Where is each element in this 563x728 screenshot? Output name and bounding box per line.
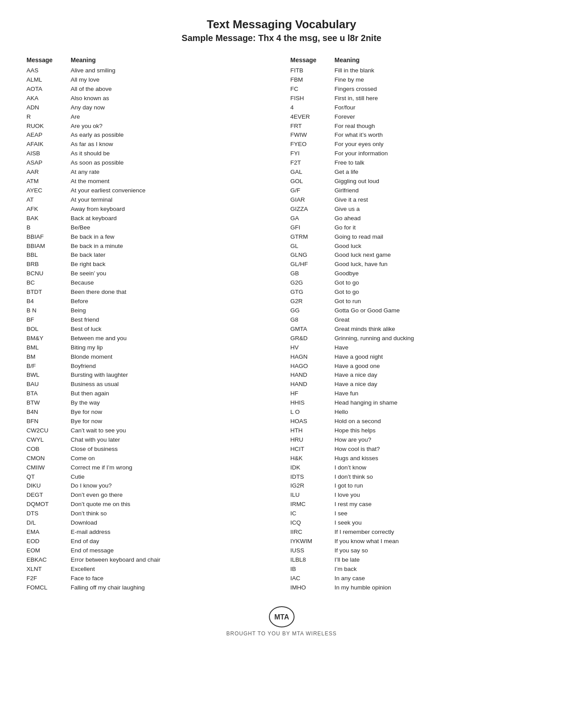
abbr: IIRC (291, 528, 335, 537)
abbr: BWL (26, 371, 71, 380)
footer: MTA BROUGHT TO YOU BY MTA WIRELESS (26, 606, 537, 637)
list-item: IIRCIf I remember correctly (291, 528, 537, 537)
abbr: GG (291, 306, 335, 315)
list-item: GR&DGrinning, running and ducking (291, 334, 537, 343)
meaning: As it should be (71, 149, 110, 158)
abbr: B N (26, 306, 71, 315)
list-item: BBLBe back later (26, 251, 273, 260)
meaning: Be seein’ you (71, 269, 106, 278)
list-item: H&KHugs and kisses (291, 454, 537, 463)
list-item: BTABut then again (26, 389, 273, 398)
list-item: DEGTDon’t even go there (26, 491, 273, 500)
right-rows-container: FITBFill in the blankFBMFine by meFCFing… (291, 66, 537, 593)
meaning: I got to run (335, 481, 363, 491)
list-item: IACIn any case (291, 574, 537, 583)
abbr: 4 (291, 103, 335, 113)
list-item: CMONCome on (26, 454, 273, 463)
abbr: B4 (26, 297, 71, 306)
list-item: HTHHope this helps (291, 426, 537, 435)
left-header-meaning: Meaning (71, 56, 96, 64)
meaning: Come on (71, 454, 95, 463)
meaning: Free to talk (335, 158, 365, 168)
list-item: HANDHave a nice day (291, 380, 537, 389)
meaning: Business as usual (71, 380, 119, 389)
list-item: GAGo ahead (291, 214, 537, 223)
meaning: As soon as possible (71, 158, 124, 168)
list-item: GGGotta Go or Good Game (291, 306, 537, 315)
meaning: Boyfriend (71, 362, 96, 371)
abbr: HTH (291, 426, 335, 435)
abbr: AFAIK (26, 140, 71, 149)
list-item: GALGet a life (291, 168, 537, 177)
abbr: FYI (291, 149, 335, 158)
list-item: 4EVERForever (291, 113, 537, 122)
meaning: Have a good one (335, 362, 380, 371)
abbr: EBKAC (26, 555, 71, 565)
list-item: FRTFor real though (291, 122, 537, 131)
meaning: I seek you (335, 518, 362, 528)
list-item: BOLBest of luck (26, 325, 273, 334)
abbr: IDTS (291, 473, 335, 482)
meaning: For real though (335, 122, 375, 131)
list-item: GIARGive it a rest (291, 195, 537, 205)
abbr: IMHO (291, 583, 335, 593)
abbr: ALML (26, 75, 71, 85)
meaning: Do I know you? (71, 481, 112, 491)
meaning: Falling off my chair laughing (71, 583, 145, 593)
meaning: Away from keyboard (71, 205, 125, 214)
abbr: BRB (26, 260, 71, 269)
list-item: BWLBursting with laughter (26, 371, 273, 380)
abbr: BAK (26, 214, 71, 223)
abbr: IC (291, 509, 335, 518)
meaning: Between me and you (71, 334, 127, 343)
meaning: For what it’s worth (335, 131, 383, 140)
abbr: GMTA (291, 325, 335, 334)
meaning: If you know what I mean (335, 537, 399, 546)
meaning: In my humble opinion (335, 583, 391, 593)
meaning: I see (335, 509, 348, 518)
meaning: I love you (335, 491, 360, 500)
meaning: Gotta Go or Good Game (335, 306, 400, 315)
list-item: GTGGot to go (291, 288, 537, 297)
abbr: BC (26, 278, 71, 288)
abbr: DQMOT (26, 500, 71, 509)
meaning: How cool is that? (335, 445, 380, 454)
list-item: B4Before (26, 297, 273, 306)
list-item: HFHave fun (291, 389, 537, 398)
abbr: B/F (26, 362, 71, 371)
list-item: IDTSI don’t think so (291, 473, 537, 482)
abbr: GA (291, 214, 335, 223)
list-item: EOMEnd of message (26, 546, 273, 555)
list-item: GLNGGood luck next game (291, 251, 537, 260)
footer-tagline: BROUGHT TO YOU BY MTA WIRELESS (226, 630, 336, 637)
abbr: G8 (291, 315, 335, 325)
meaning: Chat with you later (71, 435, 120, 445)
list-item: QTCutie (26, 473, 273, 482)
list-item: GMTAGreat minds think alike (291, 325, 537, 334)
meaning: Going to read mail (335, 233, 383, 242)
abbr: ADN (26, 103, 71, 113)
abbr: HCIT (291, 445, 335, 454)
meaning: Good luck next game (335, 251, 391, 260)
meaning: Be/Bee (71, 223, 90, 233)
abbr: R (26, 113, 71, 122)
meaning: Have a good night (335, 353, 383, 362)
abbr: B4N (26, 408, 71, 417)
abbr: IRMC (291, 500, 335, 509)
meaning: Goodbye (335, 269, 359, 278)
abbr: GTRM (291, 233, 335, 242)
abbr: BML (26, 343, 71, 353)
meaning: E-mail address (71, 528, 110, 537)
meaning: Have (335, 343, 349, 353)
abbr: B (26, 223, 71, 233)
abbr: G/F (291, 186, 335, 195)
meaning: Head hanging in shame (335, 398, 398, 408)
abbr: BOL (26, 325, 71, 334)
meaning: Give us a (335, 205, 360, 214)
list-item: IRMCI rest my case (291, 500, 537, 509)
meaning: At any rate (71, 168, 99, 177)
abbr: HOAS (291, 417, 335, 426)
abbr: HAND (291, 380, 335, 389)
meaning: Cutie (71, 473, 85, 482)
meaning: For your eyes only (335, 140, 384, 149)
